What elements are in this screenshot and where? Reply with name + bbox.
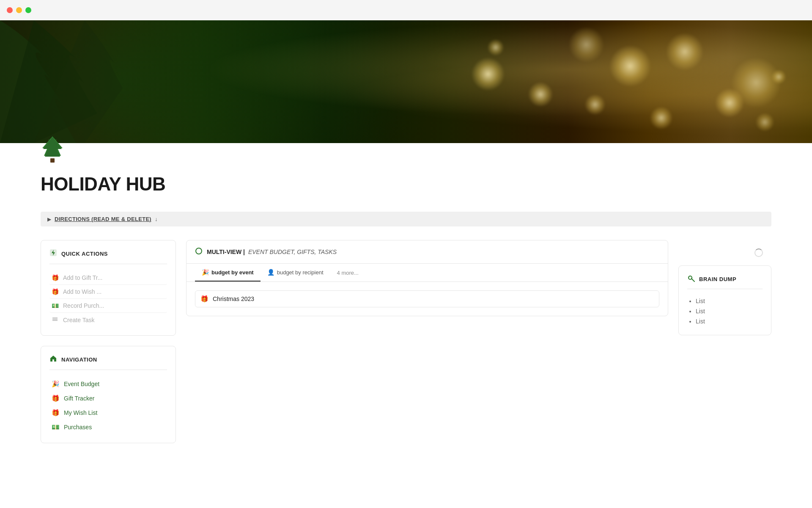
bokeh-light-2: [528, 82, 553, 107]
main-layout: QUICK ACTIONS 🎁 Add to Gift Tr... 🎁 Add …: [0, 240, 812, 460]
traffic-light-red[interactable]: [7, 7, 13, 13]
action-item-add-wish[interactable]: 🎁 Add to Wish ...: [49, 285, 167, 299]
traffic-light-green[interactable]: [25, 7, 31, 13]
gift-tracker-label: Gift Tracker: [64, 395, 94, 402]
quick-actions-title: QUICK ACTIONS: [61, 251, 108, 257]
action-item-create-task[interactable]: Create Task: [49, 313, 167, 327]
bokeh-light-8: [487, 39, 504, 56]
bokeh-light-9: [650, 106, 673, 130]
nav-items-list: 🎉 Event Budget 🎁 Gift Tracker 🎁 My Wish …: [49, 377, 167, 434]
purchases-icon: 💵: [51, 423, 60, 431]
brain-dump-icon: [687, 274, 695, 284]
row-christmas-label: Christmas 2023: [213, 295, 254, 302]
directions-down-icon: ↓: [155, 216, 158, 222]
party-icon: 🎉: [51, 380, 60, 388]
pine-branch-svg: [0, 20, 169, 143]
svg-line-16: [691, 279, 694, 282]
table-content: 🎁 Christmas 2023: [187, 282, 668, 316]
toggle-arrow-icon: ▶: [47, 216, 51, 222]
add-wish-label: Add to Wish ...: [63, 288, 102, 295]
add-gift-label: Add to Gift Tr...: [63, 274, 102, 281]
action-items-list: 🎁 Add to Gift Tr... 🎁 Add to Wish ... 💵 …: [49, 271, 167, 327]
key-icon-svg: [687, 274, 695, 282]
tab-more-label: 4 more...: [337, 270, 359, 276]
multiview-title-main: MULTI-VIEW |: [207, 248, 245, 255]
quick-actions-header: QUICK ACTIONS: [49, 249, 167, 264]
bokeh-light-5: [666, 33, 704, 71]
table-row-christmas-2023[interactable]: 🎁 Christmas 2023: [195, 290, 659, 307]
middle-column: MULTI-VIEW | EVENT BUDGET, GIFTS, TASKS …: [186, 240, 668, 316]
gift-tracker-icon: 🎁: [51, 395, 60, 402]
traffic-light-yellow[interactable]: [16, 7, 22, 13]
tab-recipient-icon: 👤: [267, 269, 274, 276]
christmas-tree-icon: [41, 135, 64, 163]
bokeh-light-3: [609, 45, 651, 87]
right-column: BRAIN DUMP List List List: [678, 240, 771, 335]
nav-item-purchases[interactable]: 💵 Purchases: [49, 420, 167, 434]
hero-banner: [0, 20, 812, 143]
multiview-title-text: MULTI-VIEW | EVENT BUDGET, GIFTS, TASKS: [207, 248, 337, 255]
directions-label: DIRECTIONS (READ ME & DELETE): [55, 216, 151, 222]
home-icon-svg: [49, 355, 57, 362]
multiview-card: MULTI-VIEW | EVENT BUDGET, GIFTS, TASKS …: [186, 240, 668, 316]
wish-list-icon: 🎁: [51, 409, 60, 417]
gift-icon-1: 🎁: [51, 274, 59, 281]
page-title-section: HOLIDAY HUB: [0, 143, 812, 212]
multiview-header: MULTI-VIEW | EVENT BUDGET, GIFTS, TASKS: [187, 240, 668, 264]
tab-recipient-label: budget by recipient: [277, 269, 324, 276]
quick-actions-card: QUICK ACTIONS 🎁 Add to Gift Tr... 🎁 Add …: [41, 240, 176, 336]
tabs-bar: 🎉 budget by event 👤 budget by recipient …: [187, 264, 668, 282]
bokeh-light-1: [471, 57, 505, 91]
hero-container: [0, 20, 812, 143]
page-icon: [41, 135, 64, 166]
action-item-record-purchase[interactable]: 💵 Record Purch...: [49, 299, 167, 313]
title-bar: [0, 0, 812, 20]
loading-spinner: [754, 248, 763, 257]
purchases-label: Purchases: [64, 424, 92, 431]
tab-more[interactable]: 4 more...: [330, 265, 365, 281]
circle-icon-svg: [195, 247, 203, 255]
tab-budget-by-event[interactable]: 🎉 budget by event: [195, 264, 261, 282]
brain-dump-title: BRAIN DUMP: [699, 276, 736, 282]
navigation-header: NAVIGATION: [49, 355, 167, 370]
navigation-title: NAVIGATION: [61, 356, 97, 363]
brain-list-item-3: List: [696, 316, 763, 326]
nav-item-event-budget[interactable]: 🎉 Event Budget: [49, 377, 167, 391]
task-icon: [51, 316, 59, 323]
record-purchase-label: Record Purch...: [63, 302, 104, 309]
nav-item-gift-tracker[interactable]: 🎁 Gift Tracker: [49, 391, 167, 406]
brain-list-item-2: List: [696, 306, 763, 316]
navigation-home-icon: [49, 355, 57, 364]
multiview-circle-icon: [195, 247, 203, 257]
create-task-label: Create Task: [63, 317, 94, 323]
brain-dump-list: List List List: [687, 296, 763, 326]
bokeh-light-12: [755, 113, 774, 132]
bokeh-light-11: [568, 27, 604, 63]
page-title: HOLIDAY HUB: [41, 174, 771, 195]
brain-list-item-1: List: [696, 296, 763, 306]
quick-actions-icon: [49, 249, 57, 259]
svg-rect-0: [50, 158, 55, 163]
brain-dump-header: BRAIN DUMP: [687, 274, 763, 289]
wish-list-label: My Wish List: [64, 409, 97, 416]
multiview-subtitle: EVENT BUDGET, GIFTS, TASKS: [248, 248, 337, 255]
event-budget-label: Event Budget: [64, 381, 99, 387]
task-icon-svg: [52, 316, 58, 322]
spinner-area: [678, 240, 771, 265]
tab-event-icon: 🎉: [202, 269, 209, 276]
money-icon: 💵: [51, 302, 59, 309]
action-icon-svg: [49, 249, 57, 257]
navigation-card: NAVIGATION 🎉 Event Budget 🎁 Gift Tracker…: [41, 346, 176, 443]
action-item-add-gift[interactable]: 🎁 Add to Gift Tr...: [49, 271, 167, 285]
nav-item-my-wish-list[interactable]: 🎁 My Wish List: [49, 406, 167, 420]
left-column: QUICK ACTIONS 🎁 Add to Gift Tr... 🎁 Add …: [41, 240, 176, 443]
tab-event-label: budget by event: [211, 269, 254, 276]
tab-budget-by-recipient[interactable]: 👤 budget by recipient: [261, 264, 330, 282]
brain-dump-card: BRAIN DUMP List List List: [678, 265, 771, 335]
directions-bar[interactable]: ▶ DIRECTIONS (READ ME & DELETE) ↓: [41, 212, 771, 226]
row-gift-icon: 🎁: [200, 295, 208, 303]
gift-icon-2: 🎁: [51, 288, 59, 295]
svg-point-14: [196, 248, 202, 254]
bokeh-light-10: [771, 69, 786, 84]
